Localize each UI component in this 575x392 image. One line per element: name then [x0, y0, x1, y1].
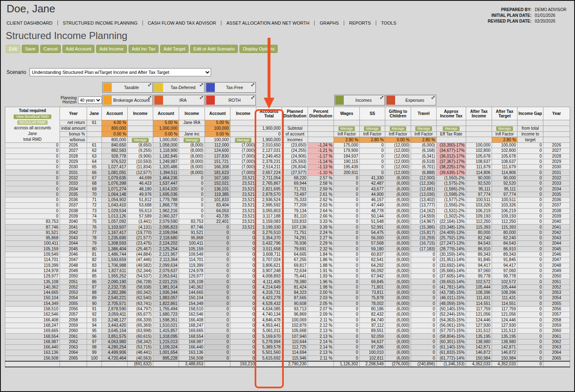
tax-free-tab[interactable]: Tax-Free: [205, 82, 256, 93]
cell-tax-free-account[interactable]: 100,000: [205, 126, 230, 131]
expand-icon[interactable]: [148, 96, 152, 99]
cell-planned-distribution: 79,134: [282, 208, 308, 213]
cell-tax-free-income: 0: [230, 268, 256, 273]
add-target-button[interactable]: Add Target: [160, 45, 189, 53]
cell-tax-free-income: 23,521: [230, 186, 256, 192]
cell-tax-deferred-income: 124,978: [179, 268, 205, 273]
col-header-jane: Jane: [87, 107, 102, 120]
nav-cash-flow-and-tax-advisor[interactable]: CASH FLOW AND TAX ADVISOR: [143, 21, 221, 25]
manage-button[interactable]: Manage: [338, 126, 355, 131]
manage-button[interactable]: Manage: [415, 126, 432, 131]
cell-after-tax-target: 135,195: [492, 334, 518, 339]
cell-tax-deferred-income: 156,508: [179, 355, 205, 361]
manage-button[interactable]: Manage: [496, 126, 513, 131]
cell-tax-deferred-income: Jane IRA: [179, 120, 205, 126]
cell-year-right: [543, 137, 570, 143]
cell-gifting-to-children[interactable]: 0.00 %: [385, 137, 411, 143]
taxable-tab[interactable]: Taxable: [102, 82, 153, 93]
expand-icon[interactable]: [251, 83, 255, 87]
cell-ss[interactable]: 2.80 %: [360, 137, 385, 143]
cell-age: 93: [87, 317, 102, 323]
nav-graphs[interactable]: GRAPHS: [315, 21, 344, 25]
cell-taxable-account[interactable]: 800,000: [102, 126, 128, 131]
view-beneficial-rmd-button[interactable]: View Beneficial RMD: [14, 115, 51, 119]
cell-total-rmd: 0: [5, 159, 60, 164]
cell-income-gap: 0: [518, 257, 543, 263]
cell-planned-distribution: (27,577): [282, 170, 308, 175]
cell-taxable-account[interactable]: 0.00 %: [102, 131, 128, 137]
cancel-button[interactable]: Cancel: [40, 45, 61, 53]
cell-after-tax-target: 90,000: [492, 175, 518, 181]
cell-percent-distribution: 2.11 %: [308, 317, 334, 323]
cell-wages: 179,900: [334, 148, 360, 154]
roth-tab[interactable]: ROTH: [205, 95, 256, 105]
planning-horizon-select[interactable]: 40 years: [78, 96, 102, 104]
cell-income-gap: 0: [518, 290, 543, 296]
cell-tax-deferred-account[interactable]: 1,000,000: [153, 126, 179, 131]
cell-tax-free-account: 0: [205, 301, 230, 306]
cell-travel[interactable]: 2.80 %: [411, 137, 437, 143]
expand-icon[interactable]: [251, 96, 255, 99]
cell-tax-free-income: (7,000): [230, 170, 256, 175]
cell-wages: 0: [334, 328, 360, 334]
brokerage-account-tab[interactable]: Brokerage Account: [102, 95, 153, 105]
cell-year: 2065: [60, 355, 87, 361]
expand-icon[interactable]: [200, 83, 203, 87]
cell-after-tax-target[interactable]: 2.80 %: [492, 137, 518, 143]
cell-taxable-account[interactable]: 4.00 %: [102, 120, 128, 126]
cell-travel: (16,715): [411, 241, 437, 246]
manage-button[interactable]: Manage: [184, 138, 200, 142]
expand-icon[interactable]: [431, 96, 435, 99]
cell-year: 2040: [60, 219, 87, 225]
cell-tax-deferred-account[interactable]: 5.00 %: [153, 120, 179, 126]
cell-tax-deferred-account[interactable]: 0.00 %: [153, 131, 179, 137]
cell-ss: 46,157: [360, 197, 385, 202]
add-inc-tax-button[interactable]: Add Inc Tax: [129, 45, 159, 53]
cell-percent-distribution: -1.21 %: [308, 148, 334, 154]
cell-year: 2030: [60, 165, 87, 170]
display-options-button[interactable]: Display Options: [239, 45, 278, 53]
edit-button[interactable]: Edit: [6, 45, 20, 53]
table-row: 144,6652053882,382,386(60,342)1,936,3441…: [5, 290, 570, 296]
tax-deferred-tab[interactable]: Tax-Deferred: [154, 82, 205, 93]
cell-taxable-account: 3,248,127: [102, 317, 128, 323]
cell-approx-income-tax: (1,577)-2%: [437, 197, 466, 202]
nav-tools[interactable]: TOOLS: [376, 21, 401, 25]
cell-tax-free-account[interactable]: 5.00 %: [205, 120, 230, 126]
cell-accounts-total: 2,936,524: [256, 197, 282, 202]
nav-structured-income-planning[interactable]: STRUCTURED INCOME PLANNING: [58, 21, 143, 25]
scenario-select[interactable]: Understanding Structured Plan w/Target I…: [30, 68, 211, 76]
cell-income-gap: 0: [518, 159, 543, 164]
nav-reports[interactable]: REPORTS: [344, 21, 376, 25]
add-account-button[interactable]: Add Account: [62, 45, 94, 53]
incomes-tab[interactable]: Incomes: [334, 95, 385, 105]
cell-wages[interactable]: 2.80 %: [334, 137, 360, 143]
account-name-row: Planning Horizon 40 years Brokerage Acco…: [5, 94, 570, 107]
manage-button[interactable]: Manage: [364, 126, 381, 131]
cell-tax-free-income: 0: [230, 257, 256, 263]
manage-button[interactable]: Manage: [235, 138, 252, 142]
cell-after-tax-target: 97,060: [492, 268, 518, 273]
manage-button[interactable]: Manage: [132, 138, 149, 142]
total-cell-after-tax-target: 4,352,033: [492, 361, 518, 367]
manage-button[interactable]: Manage: [390, 126, 407, 131]
expand-icon[interactable]: [200, 96, 203, 99]
edit-or-add-scenario-button[interactable]: Edit or Add Scenario: [190, 45, 238, 53]
expand-icon[interactable]: [380, 96, 384, 99]
nav-client-dashboard[interactable]: CLIENT DASHBOARD: [6, 21, 58, 25]
cell-age: 78: [87, 236, 102, 241]
cell-tax-free-account: 0: [205, 334, 230, 339]
cell-income-gap: 0: [518, 263, 543, 268]
add-income-button[interactable]: Add Income: [96, 45, 127, 53]
save-button[interactable]: Save: [22, 45, 39, 53]
regular-rmd-button[interactable]: REGULAR RMD: [17, 120, 48, 125]
manage-button[interactable]: Manage: [443, 126, 460, 131]
expenses-tab[interactable]: Expenses: [386, 95, 436, 105]
expand-icon[interactable]: [148, 83, 152, 87]
cell-tax-deferred-income: 0: [179, 186, 205, 192]
initial-plan-date-label: INITIAL PLAN DATE:: [488, 13, 532, 18]
ira-tab[interactable]: IRA: [154, 95, 205, 105]
cell-tax-free-account[interactable]: 0.00 %: [205, 131, 230, 137]
cell-tax-deferred-account: 2,118,680: [153, 236, 179, 241]
nav-asset-allocation-net-worth[interactable]: ASSET ALLOCATION AND NET WORTH: [221, 21, 315, 25]
